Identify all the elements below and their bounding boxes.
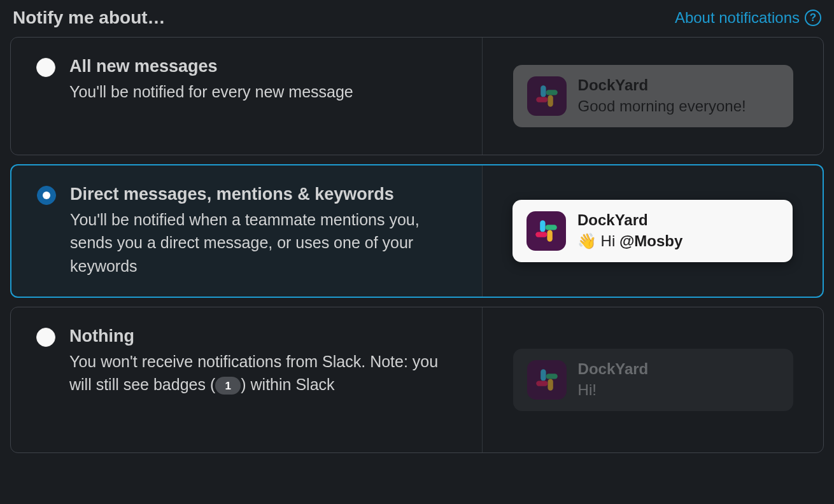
radio-dm[interactable] xyxy=(37,186,56,205)
slack-logo-icon xyxy=(534,367,560,393)
option-desc: You'll be notified for every new message xyxy=(69,80,459,103)
option-direct-messages[interactable]: Direct messages, mentions & keywords You… xyxy=(10,164,824,298)
notification-preview: DockYard 👋 Hi @Mosby xyxy=(512,200,793,262)
slack-logo-icon xyxy=(534,83,560,109)
option-title: All new messages xyxy=(69,57,459,76)
notification-sender: DockYard xyxy=(577,211,779,230)
option-title: Direct messages, mentions & keywords xyxy=(70,185,459,204)
option-preview-pane: DockYard 👋 Hi @Mosby xyxy=(482,165,823,297)
about-link-text: About notifications xyxy=(675,9,800,27)
mention: @Mosby xyxy=(619,232,682,249)
notification-body: DockYard Hi! xyxy=(578,360,779,400)
wave-prefix: 👋 Hi xyxy=(577,232,619,249)
badge-count: 1 xyxy=(215,377,241,395)
option-desc: You won't receive notifications from Sla… xyxy=(69,350,459,396)
slack-icon xyxy=(527,211,566,251)
notification-message: Hi! xyxy=(578,380,779,400)
option-left: Direct messages, mentions & keywords You… xyxy=(11,165,482,297)
about-notifications-link[interactable]: About notifications ? xyxy=(675,9,821,27)
option-desc: You'll be notified when a teammate menti… xyxy=(70,208,459,277)
option-all-new-messages[interactable]: All new messages You'll be notified for … xyxy=(10,37,824,155)
desc-suffix: ) within Slack xyxy=(241,375,334,393)
option-left: Nothing You won't receive notifications … xyxy=(11,307,482,452)
radio-nothing[interactable] xyxy=(36,328,55,347)
slack-logo-icon xyxy=(533,218,560,244)
notification-sender: DockYard xyxy=(578,360,779,379)
notification-preview: DockYard Hi! xyxy=(513,349,793,411)
notification-sender: DockYard xyxy=(578,76,779,95)
option-title: Nothing xyxy=(69,326,459,346)
option-text: Nothing You won't receive notifications … xyxy=(69,326,459,396)
notification-body: DockYard Good morning everyone! xyxy=(578,76,779,116)
notification-message: Good morning everyone! xyxy=(578,96,779,116)
option-left: All new messages You'll be notified for … xyxy=(11,38,482,155)
notification-preview: DockYard Good morning everyone! xyxy=(513,65,793,127)
radio-all[interactable] xyxy=(36,58,55,77)
notification-body: DockYard 👋 Hi @Mosby xyxy=(577,211,779,251)
option-text: All new messages You'll be notified for … xyxy=(69,57,459,103)
slack-icon xyxy=(527,360,567,400)
help-icon: ? xyxy=(805,10,821,26)
section-title: Notify me about… xyxy=(13,8,166,28)
notification-message: 👋 Hi @Mosby xyxy=(577,231,779,251)
option-preview-pane: DockYard Good morning everyone! xyxy=(482,38,823,155)
option-preview-pane: DockYard Hi! xyxy=(482,307,823,452)
slack-icon xyxy=(527,76,567,116)
option-text: Direct messages, mentions & keywords You… xyxy=(70,185,459,277)
section-header: Notify me about… About notifications ? xyxy=(10,8,824,28)
option-nothing[interactable]: Nothing You won't receive notifications … xyxy=(10,307,824,453)
